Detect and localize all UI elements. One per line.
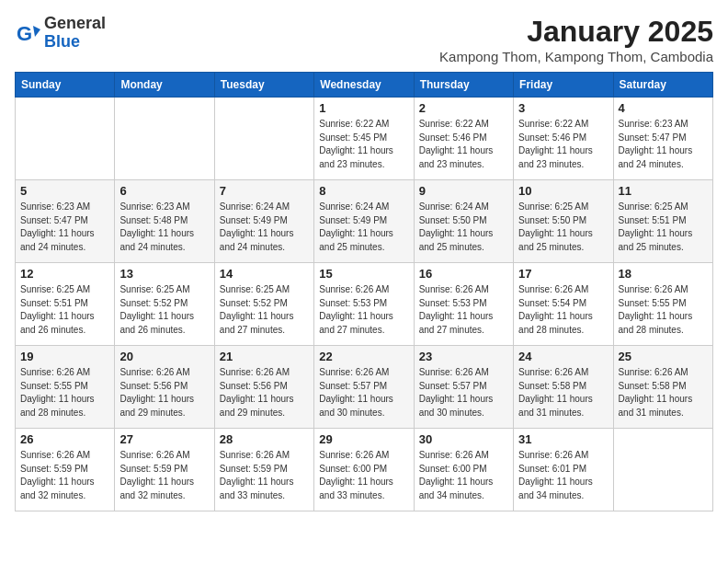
day-number: 10 [518,184,608,198]
day-header-thursday: Thursday [414,73,513,98]
day-number: 1 [319,101,408,115]
day-cell: 15Sunrise: 6:26 AM Sunset: 5:53 PM Dayli… [314,263,414,346]
title-area: January 2025 Kampong Thom, Kampong Thom,… [439,15,713,64]
calendar: SundayMondayTuesdayWednesdayThursdayFrid… [15,72,713,511]
calendar-header: SundayMondayTuesdayWednesdayThursdayFrid… [16,73,713,98]
day-info: Sunrise: 6:26 AM Sunset: 5:58 PM Dayligh… [518,366,608,419]
logo: G General Blue [15,15,106,52]
day-number: 20 [119,350,209,363]
day-info: Sunrise: 6:25 AM Sunset: 5:50 PM Dayligh… [518,201,608,254]
day-number: 29 [319,432,408,446]
day-number: 11 [619,184,708,198]
day-cell: 18Sunrise: 6:26 AM Sunset: 5:55 PM Dayli… [613,263,712,346]
day-cell: 6Sunrise: 6:23 AM Sunset: 5:48 PM Daylig… [115,180,214,263]
day-info: Sunrise: 6:22 AM Sunset: 5:46 PM Dayligh… [518,118,608,171]
day-header-sunday: Sunday [16,73,115,98]
day-info: Sunrise: 6:26 AM Sunset: 6:01 PM Dayligh… [518,449,608,502]
day-number: 4 [619,101,708,115]
week-row-0: 1Sunrise: 6:22 AM Sunset: 5:45 PM Daylig… [16,98,713,180]
day-info: Sunrise: 6:26 AM Sunset: 5:59 PM Dayligh… [20,449,109,502]
subtitle: Kampong Thom, Kampong Thom, Cambodia [439,49,713,64]
day-number: 8 [319,184,408,198]
day-info: Sunrise: 6:26 AM Sunset: 5:53 PM Dayligh… [319,283,408,337]
day-number: 18 [619,267,708,281]
day-cell: 30Sunrise: 6:26 AM Sunset: 6:00 PM Dayli… [414,429,513,511]
day-info: Sunrise: 6:25 AM Sunset: 5:51 PM Dayligh… [619,201,708,254]
day-cell: 4Sunrise: 6:23 AM Sunset: 5:47 PM Daylig… [613,98,712,180]
day-info: Sunrise: 6:26 AM Sunset: 5:56 PM Dayligh… [220,366,309,419]
week-row-3: 19Sunrise: 6:26 AM Sunset: 5:55 PM Dayli… [16,346,713,429]
day-info: Sunrise: 6:26 AM Sunset: 5:59 PM Dayligh… [119,449,209,502]
day-info: Sunrise: 6:26 AM Sunset: 5:57 PM Dayligh… [319,366,408,419]
day-header-monday: Monday [115,73,214,98]
svg-text:G: G [17,22,32,45]
day-number: 13 [119,267,209,281]
day-cell: 5Sunrise: 6:23 AM Sunset: 5:47 PM Daylig… [16,180,115,263]
day-number: 15 [319,267,408,281]
day-cell: 22Sunrise: 6:26 AM Sunset: 5:57 PM Dayli… [314,346,414,429]
logo-general-text: General [44,15,106,33]
day-number: 26 [20,432,109,446]
day-cell: 13Sunrise: 6:25 AM Sunset: 5:52 PM Dayli… [115,263,214,346]
week-row-1: 5Sunrise: 6:23 AM Sunset: 5:47 PM Daylig… [16,180,713,263]
day-info: Sunrise: 6:26 AM Sunset: 5:57 PM Dayligh… [419,366,508,419]
day-info: Sunrise: 6:26 AM Sunset: 5:54 PM Dayligh… [518,283,608,337]
day-cell: 16Sunrise: 6:26 AM Sunset: 5:53 PM Dayli… [414,263,513,346]
day-info: Sunrise: 6:26 AM Sunset: 6:00 PM Dayligh… [419,449,508,502]
day-number: 2 [419,101,508,115]
day-cell: 26Sunrise: 6:26 AM Sunset: 5:59 PM Dayli… [16,429,115,511]
day-cell: 24Sunrise: 6:26 AM Sunset: 5:58 PM Dayli… [514,346,613,429]
day-header-tuesday: Tuesday [214,73,313,98]
day-cell: 27Sunrise: 6:26 AM Sunset: 5:59 PM Dayli… [115,429,214,511]
day-number: 31 [518,432,608,446]
day-cell: 21Sunrise: 6:26 AM Sunset: 5:56 PM Dayli… [214,346,313,429]
day-cell [16,98,115,180]
logo-blue-text: Blue [44,33,106,52]
day-cell [214,98,313,180]
day-number: 5 [20,184,109,198]
day-info: Sunrise: 6:26 AM Sunset: 5:58 PM Dayligh… [619,366,708,419]
day-number: 9 [419,184,508,198]
day-info: Sunrise: 6:23 AM Sunset: 5:47 PM Dayligh… [619,118,708,171]
day-info: Sunrise: 6:25 AM Sunset: 5:52 PM Dayligh… [119,283,209,337]
day-info: Sunrise: 6:26 AM Sunset: 5:55 PM Dayligh… [20,366,109,419]
day-cell: 8Sunrise: 6:24 AM Sunset: 5:49 PM Daylig… [314,180,414,263]
day-cell: 20Sunrise: 6:26 AM Sunset: 5:56 PM Dayli… [115,346,214,429]
day-number: 14 [220,267,309,281]
day-cell: 7Sunrise: 6:24 AM Sunset: 5:49 PM Daylig… [214,180,313,263]
day-cell: 19Sunrise: 6:26 AM Sunset: 5:55 PM Dayli… [16,346,115,429]
day-number: 25 [619,350,708,363]
day-cell: 14Sunrise: 6:25 AM Sunset: 5:52 PM Dayli… [214,263,313,346]
day-cell: 2Sunrise: 6:22 AM Sunset: 5:46 PM Daylig… [414,98,513,180]
day-number: 23 [419,350,508,363]
week-row-2: 12Sunrise: 6:25 AM Sunset: 5:51 PM Dayli… [16,263,713,346]
day-cell [613,429,712,511]
day-cell: 11Sunrise: 6:25 AM Sunset: 5:51 PM Dayli… [613,180,712,263]
day-number: 19 [20,350,109,363]
svg-marker-1 [33,26,40,37]
day-number: 16 [419,267,508,281]
day-header-friday: Friday [514,73,613,98]
day-info: Sunrise: 6:25 AM Sunset: 5:52 PM Dayligh… [220,283,309,337]
day-cell: 10Sunrise: 6:25 AM Sunset: 5:50 PM Dayli… [514,180,613,263]
week-row-4: 26Sunrise: 6:26 AM Sunset: 5:59 PM Dayli… [16,429,713,511]
calendar-body: 1Sunrise: 6:22 AM Sunset: 5:45 PM Daylig… [16,98,713,511]
day-cell: 1Sunrise: 6:22 AM Sunset: 5:45 PM Daylig… [314,98,414,180]
day-info: Sunrise: 6:26 AM Sunset: 5:56 PM Dayligh… [119,366,209,419]
logo-icon: G [15,20,40,46]
day-cell [115,98,214,180]
day-cell: 3Sunrise: 6:22 AM Sunset: 5:46 PM Daylig… [514,98,613,180]
day-cell: 17Sunrise: 6:26 AM Sunset: 5:54 PM Dayli… [514,263,613,346]
day-number: 7 [220,184,309,198]
day-cell: 28Sunrise: 6:26 AM Sunset: 5:59 PM Dayli… [214,429,313,511]
day-info: Sunrise: 6:24 AM Sunset: 5:50 PM Dayligh… [419,201,508,254]
day-number: 12 [20,267,109,281]
day-number: 6 [119,184,209,198]
day-cell: 29Sunrise: 6:26 AM Sunset: 6:00 PM Dayli… [314,429,414,511]
day-info: Sunrise: 6:26 AM Sunset: 6:00 PM Dayligh… [319,449,408,502]
day-cell: 25Sunrise: 6:26 AM Sunset: 5:58 PM Dayli… [613,346,712,429]
day-info: Sunrise: 6:26 AM Sunset: 5:59 PM Dayligh… [220,449,309,502]
day-number: 30 [419,432,508,446]
day-info: Sunrise: 6:23 AM Sunset: 5:47 PM Dayligh… [20,201,109,254]
header: G General Blue January 2025 Kampong Thom… [15,15,713,64]
